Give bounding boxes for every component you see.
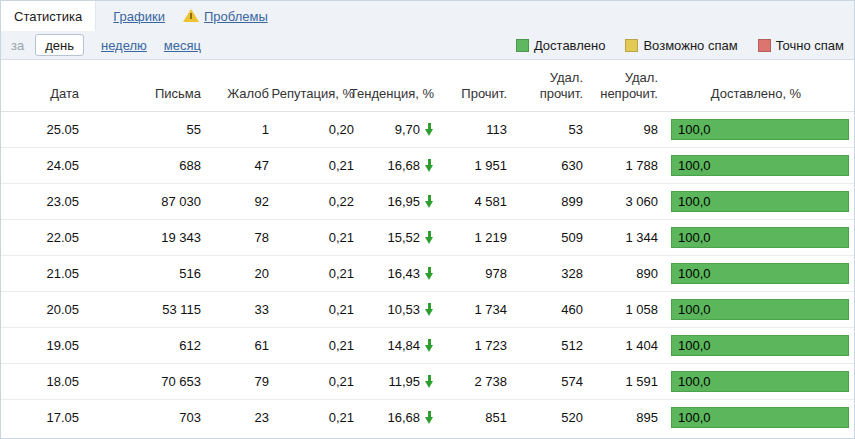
cell-reputation: 0,22 xyxy=(269,194,354,209)
header-date: Дата xyxy=(1,86,79,102)
cell-reputation: 0,21 xyxy=(269,302,354,317)
cell-trend: 16,95 xyxy=(354,194,434,209)
legend-delivered-label: Доставлено xyxy=(534,38,606,53)
tab-statistics[interactable]: Статистика xyxy=(1,1,96,31)
cell-reputation: 0,21 xyxy=(269,266,354,281)
cell-reputation: 0,20 xyxy=(269,122,354,137)
trend-down-arrow-icon xyxy=(425,303,434,316)
cell-reputation: 0,21 xyxy=(269,374,354,389)
legend-item-maybe-spam: Возможно спам xyxy=(625,38,737,53)
cell-trend: 14,84 xyxy=(354,338,434,353)
cell-date: 17.05 xyxy=(1,410,79,425)
delivered-bar: 100,0 xyxy=(671,263,849,284)
cell-complaints: 33 xyxy=(201,302,269,317)
cell-delivered: 100,0 xyxy=(658,227,854,248)
cell-deleted-unread: 98 xyxy=(583,122,658,137)
table-row: 20.0553 115330,2110,531 7344601 058100,0 xyxy=(1,291,854,327)
header-reputation: Репутация, % xyxy=(269,86,354,102)
cell-date: 24.05 xyxy=(1,158,79,173)
cell-deleted-read: 512 xyxy=(507,338,583,353)
cell-letters: 516 xyxy=(79,266,201,281)
trend-down-arrow-icon xyxy=(425,375,434,388)
cell-complaints: 78 xyxy=(201,230,269,245)
cell-read: 1 734 xyxy=(434,302,507,317)
period-week-link[interactable]: неделю xyxy=(101,38,147,53)
cell-deleted-read: 509 xyxy=(507,230,583,245)
period-month-link[interactable]: месяц xyxy=(164,38,201,53)
delivered-bar: 100,0 xyxy=(671,155,849,176)
table-row: 25.055510,209,701135398100,0 xyxy=(1,112,854,147)
legend-item-spam: Точно спам xyxy=(758,38,844,53)
period-day-button[interactable]: день xyxy=(35,34,84,56)
cell-delivered: 100,0 xyxy=(658,155,854,176)
cell-complaints: 92 xyxy=(201,194,269,209)
table-body: 25.055510,209,701135398100,024.05688470,… xyxy=(1,112,854,435)
table-row: 19.05612610,2114,841 7235121 404100,0 xyxy=(1,327,854,363)
cell-date: 21.05 xyxy=(1,266,79,281)
table-row: 22.0519 343780,2115,521 2195091 344100,0 xyxy=(1,219,854,255)
header-deleted-read: Удал. прочит. xyxy=(507,70,583,103)
cell-deleted-unread: 1 058 xyxy=(583,302,658,317)
table-row: 21.05516200,2116,43978328890100,0 xyxy=(1,255,854,291)
cell-complaints: 1 xyxy=(201,122,269,137)
trend-down-arrow-icon xyxy=(425,411,434,424)
header-deleted-unread: Удал. непрочит. xyxy=(583,70,658,103)
table-header: Дата Письма Жалоб Репутация, % Тенденция… xyxy=(1,60,854,112)
cell-trend: 15,52 xyxy=(354,230,434,245)
cell-deleted-unread: 3 060 xyxy=(583,194,658,209)
tab-problems[interactable]: Проблемы xyxy=(204,9,268,24)
tab-charts[interactable]: Графики xyxy=(113,1,165,31)
cell-date: 22.05 xyxy=(1,230,79,245)
cell-trend: 16,43 xyxy=(354,266,434,281)
header-complaints: Жалоб xyxy=(201,86,269,102)
cell-deleted-read: 630 xyxy=(507,158,583,173)
trend-down-arrow-icon xyxy=(425,159,434,172)
cell-letters: 70 653 xyxy=(79,374,201,389)
cell-letters: 688 xyxy=(79,158,201,173)
cell-letters: 612 xyxy=(79,338,201,353)
cell-deleted-unread: 1 404 xyxy=(583,338,658,353)
tab-problems-wrap: Проблемы xyxy=(165,1,268,31)
spam-swatch-icon xyxy=(758,39,771,52)
cell-read: 1 219 xyxy=(434,230,507,245)
cell-delivered: 100,0 xyxy=(658,191,854,212)
cell-reputation: 0,21 xyxy=(269,338,354,353)
cell-trend: 16,68 xyxy=(354,410,434,425)
cell-trend: 16,68 xyxy=(354,158,434,173)
cell-trend: 11,95 xyxy=(354,374,434,389)
cell-deleted-unread: 890 xyxy=(583,266,658,281)
cell-deleted-read: 328 xyxy=(507,266,583,281)
trend-down-arrow-icon xyxy=(425,231,434,244)
cell-read: 1 951 xyxy=(434,158,507,173)
cell-delivered: 100,0 xyxy=(658,407,854,428)
maybe-spam-swatch-icon xyxy=(625,39,638,52)
delivered-swatch-icon xyxy=(516,39,529,52)
cell-reputation: 0,21 xyxy=(269,230,354,245)
delivered-bar: 100,0 xyxy=(671,335,849,356)
cell-complaints: 79 xyxy=(201,374,269,389)
cell-deleted-unread: 1 591 xyxy=(583,374,658,389)
cell-deleted-read: 899 xyxy=(507,194,583,209)
legend-spam-label: Точно спам xyxy=(776,38,844,53)
cell-deleted-read: 460 xyxy=(507,302,583,317)
header-read: Прочит. xyxy=(434,86,507,102)
tab-statistics-label: Статистика xyxy=(14,9,82,24)
table-row: 24.05688470,2116,681 9516301 788100,0 xyxy=(1,147,854,183)
cell-delivered: 100,0 xyxy=(658,263,854,284)
cell-read: 2 738 xyxy=(434,374,507,389)
table-row: 17.05703230,2116,68851520895100,0 xyxy=(1,399,854,435)
trend-down-arrow-icon xyxy=(425,195,434,208)
cell-read: 1 723 xyxy=(434,338,507,353)
cell-letters: 19 343 xyxy=(79,230,201,245)
cell-letters: 55 xyxy=(79,122,201,137)
cell-trend: 10,53 xyxy=(354,302,434,317)
delivered-bar: 100,0 xyxy=(671,299,849,320)
cell-deleted-unread: 895 xyxy=(583,410,658,425)
table-row: 23.0587 030920,2216,954 5818993 060100,0 xyxy=(1,183,854,219)
delivered-bar: 100,0 xyxy=(671,119,849,140)
cell-date: 20.05 xyxy=(1,302,79,317)
legend: Доставлено Возможно спам Точно спам xyxy=(496,38,844,53)
cell-deleted-read: 574 xyxy=(507,374,583,389)
cell-delivered: 100,0 xyxy=(658,299,854,320)
cell-date: 25.05 xyxy=(1,122,79,137)
